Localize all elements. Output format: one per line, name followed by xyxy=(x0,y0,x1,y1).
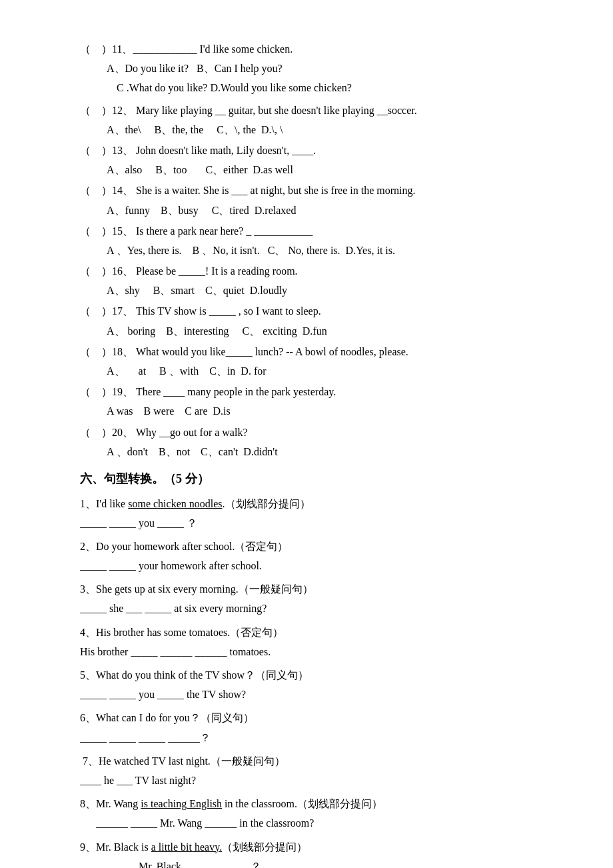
q16-options: A、shy B、smart C、quiet D.loudly xyxy=(107,281,533,299)
q14-options: A、funny B、busy C、tired D.relaxed xyxy=(107,201,533,219)
q16-optABCD: A、shy B、smart C、quiet D.loudly xyxy=(107,285,287,296)
q20-bracket2: ） xyxy=(101,423,112,441)
q14-optABCD: A、funny B、busy C、tired D.relaxed xyxy=(107,205,296,216)
q15-line: （ ） 15、 Is there a park near here? _ ___… xyxy=(80,222,533,240)
t8-answer: ______ _____ Mr. Wang ______ in the clas… xyxy=(80,814,533,832)
q20-optABCD: A 、don't B、not C、can't D.didn't xyxy=(107,446,278,457)
q20-blank xyxy=(91,423,101,441)
q16-line: （ ） 16、 Please be _____! It is a reading… xyxy=(80,262,533,280)
q11-bracket2: ） xyxy=(101,40,112,58)
q17-blank xyxy=(91,302,101,320)
q17-bracket: （ xyxy=(80,302,91,320)
question-20: （ ） 20、 Why __go out for a walk? A 、don'… xyxy=(80,423,533,461)
q13-text: 13、 John doesn't like math, Lily doesn't… xyxy=(112,141,316,159)
q12-options: A、the\ B、the, the C、\, the D.\, \ xyxy=(107,121,533,139)
question-16: （ ） 16、 Please be _____! It is a reading… xyxy=(80,262,533,299)
q19-text: 19、 There ____ many people in the park y… xyxy=(112,383,336,401)
question-11: （ ） 11、____________ I'd like some chicke… xyxy=(80,40,533,97)
q19-optABCD: A was B were C are D.is xyxy=(107,405,231,417)
questions-section: （ ） 11、____________ I'd like some chicke… xyxy=(80,40,533,461)
q12-bracket: （ xyxy=(80,101,91,119)
q15-optABCD: A 、Yes, there is. B 、No, it isn't. C、 No… xyxy=(107,245,395,256)
t1-answer: _____ _____ you _____ ？ xyxy=(80,514,533,532)
q18-bracket: （ xyxy=(80,343,91,361)
q14-bracket: （ xyxy=(80,181,91,199)
q20-bracket: （ xyxy=(80,423,91,441)
transform-9: 9、Mr. Black is a little bit heavy.（划线部分提… xyxy=(80,838,533,868)
transform-6: 6、What can I do for you？（同义句） _____ ____… xyxy=(80,709,533,746)
transform-2: 2、Do your homework after school.（否定句） __… xyxy=(80,537,533,575)
transform-1: 1、I'd like some chicken noodles.（划线部分提问）… xyxy=(80,495,533,532)
q13-blank xyxy=(91,141,101,159)
t3-question: 3、She gets up at six every morning.（一般疑问… xyxy=(80,580,533,598)
q17-line: （ ） 17、 This TV show is _____ , so I wan… xyxy=(80,302,533,320)
q18-text: 18、 What would you like_____ lunch? -- A… xyxy=(112,343,408,361)
t7-question: 7、He watched TV last night.（一般疑问句） xyxy=(80,752,533,770)
q18-bracket2: ） xyxy=(101,343,112,361)
q18-line: （ ） 18、 What would you like_____ lunch? … xyxy=(80,343,533,361)
q11-options2: C .What do you like? D.Would you like so… xyxy=(117,79,533,97)
q16-text: 16、 Please be _____! It is a reading roo… xyxy=(112,262,298,280)
q15-bracket: （ xyxy=(80,222,91,240)
q17-text: 17、 This TV show is _____ , so I want to… xyxy=(112,302,321,320)
transform-7: 7、He watched TV last night.（一般疑问句） ____ … xyxy=(80,752,533,789)
q18-optABCD: A、 at B 、with C、in D. for xyxy=(107,365,267,377)
transform-8: 8、Mr. Wang is teaching English in the cl… xyxy=(80,795,533,832)
q13-bracket2: ） xyxy=(101,141,112,159)
q12-bracket2: ） xyxy=(101,101,112,119)
t2-question: 2、Do your homework after school.（否定句） xyxy=(80,537,533,555)
question-19: （ ） 19、 There ____ many people in the pa… xyxy=(80,383,533,420)
question-13: （ ） 13、 John doesn't like math, Lily doe… xyxy=(80,141,533,179)
q14-text: 14、 She is a waiter. She is ___ at night… xyxy=(112,181,416,199)
q19-bracket: （ xyxy=(80,383,91,401)
t5-question: 5、What do you think of the TV show？（同义句） xyxy=(80,666,533,684)
q14-bracket2: ） xyxy=(101,181,112,199)
q19-blank xyxy=(91,383,101,401)
q11-options1: A、Do you like it? B、Can I help you? xyxy=(107,59,533,77)
q19-options: A was B were C are D.is xyxy=(107,402,533,420)
q11-bracket: （ xyxy=(80,40,91,58)
q13-optABCD: A、also B、too C、either D.as well xyxy=(107,164,293,175)
q19-bracket2: ） xyxy=(101,383,112,401)
q20-text: 20、 Why __go out for a walk? xyxy=(112,423,248,441)
q16-bracket: （ xyxy=(80,262,91,280)
t3-answer: _____ she ___ _____ at six every morning… xyxy=(80,599,533,617)
q14-blank xyxy=(91,181,101,199)
q13-line: （ ） 13、 John doesn't like math, Lily doe… xyxy=(80,141,533,159)
t7-answer: ____ he ___ TV last night? xyxy=(80,771,533,789)
t8-question: 8、Mr. Wang is teaching English in the cl… xyxy=(80,795,533,813)
question-17: （ ） 17、 This TV show is _____ , so I wan… xyxy=(80,302,533,339)
q11-blank xyxy=(91,40,101,58)
q11-text: 11、____________ I'd like some chicken. xyxy=(112,40,293,58)
question-18: （ ） 18、 What would you like_____ lunch? … xyxy=(80,343,533,380)
q12-text: 12、 Mary like playing __ guitar, but she… xyxy=(112,101,417,119)
t5-answer: _____ _____ you _____ the TV show? xyxy=(80,685,533,703)
transform-3: 3、She gets up at six every morning.（一般疑问… xyxy=(80,580,533,617)
t6-answer: _____ _____ _____ ______？ xyxy=(80,729,533,747)
q16-blank xyxy=(91,262,101,280)
transform-4: 4、His brother has some tomatoes.（否定句） Hi… xyxy=(80,623,533,661)
t9-underline: a little bit heavy. xyxy=(151,841,222,853)
question-14: （ ） 14、 She is a waiter. She is ___ at n… xyxy=(80,181,533,219)
t1-question: 1、I'd like some chicken noodles.（划线部分提问） xyxy=(80,495,533,513)
q15-bracket2: ） xyxy=(101,222,112,240)
t9-answer: _____ _____ Mr. Black ______ ______？ xyxy=(80,857,533,868)
t4-answer: His brother _____ ______ ______ tomatoes… xyxy=(80,643,533,661)
t1-underline: some chicken noodles xyxy=(128,498,222,509)
q19-line: （ ） 19、 There ____ many people in the pa… xyxy=(80,383,533,401)
t9-question: 9、Mr. Black is a little bit heavy.（划线部分提… xyxy=(80,838,533,856)
section-6: 六、句型转换。（5 分） 1、I'd like some chicken noo… xyxy=(80,469,533,868)
q12-line: （ ） 12、 Mary like playing __ guitar, but… xyxy=(80,101,533,119)
q17-options: A、 boring B、interesting C、 exciting D.fu… xyxy=(107,322,533,340)
q12-optABCD: A、the\ B、the, the C、\, the D.\, \ xyxy=(107,124,283,135)
q16-bracket2: ） xyxy=(101,262,112,280)
q11-optA: A、Do you like it? B、Can I help you? xyxy=(107,63,283,74)
q13-bracket: （ xyxy=(80,141,91,159)
question-12: （ ） 12、 Mary like playing __ guitar, but… xyxy=(80,101,533,139)
q18-blank xyxy=(91,343,101,361)
t4-question: 4、His brother has some tomatoes.（否定句） xyxy=(80,623,533,641)
section-6-title: 六、句型转换。（5 分） xyxy=(80,469,533,489)
q11-optCD: C .What do you like? D.Would you like so… xyxy=(117,82,352,93)
q15-blank xyxy=(91,222,101,240)
t8-underline: is teaching English xyxy=(141,798,222,809)
